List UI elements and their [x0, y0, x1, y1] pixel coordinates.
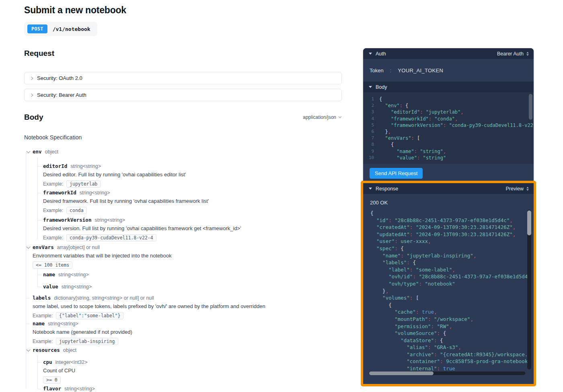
- code-line: 2 "env": {: [363, 102, 534, 109]
- auth-type-select[interactable]: Bearer Auth: [497, 51, 529, 57]
- field-type: string<string>: [58, 272, 89, 278]
- schema-field-envVars: envVars array[object] or null Environmen…: [33, 244, 171, 269]
- field-type: string<string>: [95, 217, 125, 223]
- security-accordion-bearer[interactable]: Security: Bearer Auth: [24, 89, 342, 101]
- field-type: string<string>: [48, 321, 78, 327]
- code-line: 10 "value": "string": [363, 155, 534, 161]
- response-vertical-scrollbar-thumb[interactable]: [527, 210, 531, 235]
- schema-field-cpu: cpu integer<int32> Count of CPU >= 0: [43, 359, 88, 384]
- auth-type-value: Bearer Auth: [497, 51, 524, 57]
- code-line: "alias": "GRA-s3",: [367, 344, 532, 351]
- endpoint-bar: POST /v1/notebook: [24, 22, 97, 36]
- collapse-triangle-icon: [369, 86, 372, 88]
- example-label: Example:: [43, 235, 63, 241]
- page-title: Submit a new notebook: [24, 5, 126, 16]
- send-api-request-button[interactable]: Send API Request: [370, 168, 423, 179]
- field-description: Notebook name (generated if not provided…: [33, 329, 132, 335]
- schema-field-frameworkVersion: frameworkVersion string<string> Desired …: [43, 217, 241, 241]
- code-line: "cache": true,: [367, 308, 532, 316]
- tree-line: [37, 157, 38, 239]
- schema-field-value: value string<string>: [43, 284, 92, 290]
- example-chip: jupyterlab: [66, 180, 101, 188]
- collapse-triangle-icon: [369, 188, 372, 190]
- field-name: value: [43, 284, 58, 290]
- endpoint-path: /v1/notebook: [53, 26, 90, 32]
- example-label: Example:: [43, 208, 63, 213]
- example-chip: {"label":"some-label"}: [56, 312, 123, 319]
- code-line: "user": user-xxxx,: [367, 238, 532, 245]
- code-line: "dataStore": {: [367, 337, 532, 344]
- response-collapse-toggle[interactable]: Response: [369, 186, 398, 192]
- field-type: string<string>: [62, 284, 92, 290]
- security-accordion-oauth[interactable]: Security: OAuth 2.0: [24, 72, 342, 84]
- field-name: resources: [33, 347, 60, 353]
- response-panel-title: Response: [376, 186, 398, 192]
- field-name: frameworkId: [43, 190, 76, 196]
- tree-line: [37, 355, 38, 389]
- constraint-chip: >= 0: [43, 376, 61, 384]
- field-name: envVars: [33, 244, 54, 250]
- code-line: 9 "name": "string",: [363, 148, 534, 155]
- code-line: 6 },: [363, 129, 534, 135]
- field-name: cpu: [43, 359, 52, 365]
- body-heading: Body: [24, 113, 43, 122]
- schema-field-frameworkId: frameworkId string<string> Desired frame…: [43, 190, 209, 214]
- code-line: 5 "frameworkVersion": "conda-py39-cudaDe…: [363, 122, 534, 129]
- field-type: dictionary[string, string<string> or nul…: [54, 295, 154, 301]
- content-type-select[interactable]: application/json: [303, 114, 341, 120]
- code-line: "volumes": [: [367, 294, 532, 302]
- response-horizontal-scrollbar-thumb[interactable]: [369, 372, 434, 375]
- response-horizontal-scrollbar: [369, 372, 525, 375]
- code-line: 4 "frameworkId": "conda",: [363, 116, 534, 122]
- body-panel-header: Body: [363, 82, 534, 92]
- updown-arrows-icon: [526, 52, 529, 56]
- chevron-right-icon: [30, 93, 33, 96]
- api-client-card: Auth Bearer Auth Token : YOUR_AI_TOKEN B…: [363, 48, 534, 184]
- schema-title: Notebook Specification: [24, 134, 82, 141]
- auth-panel-title: Auth: [376, 51, 386, 57]
- collapse-triangle-icon: [369, 53, 372, 55]
- field-type: integer<int32>: [55, 359, 88, 365]
- field-name: labels: [33, 295, 51, 301]
- code-line: 8 {: [363, 141, 534, 148]
- field-name: editorId: [43, 163, 67, 169]
- field-name: frameworkVersion: [43, 217, 91, 223]
- body-code-editor[interactable]: 1{2 "env": {3 "editorId": "jupyterlab",4…: [363, 92, 534, 164]
- code-line: "ovh/type": "notebook": [367, 280, 532, 288]
- field-name: flavor: [43, 386, 61, 392]
- code-line: "spec": {: [367, 245, 532, 252]
- code-line: "createdAt": "2024-09-13T09:30:23.281471…: [367, 224, 532, 231]
- token-separator: :: [390, 67, 392, 74]
- field-name: env: [33, 149, 42, 155]
- schema-field-env: env object: [33, 149, 58, 155]
- code-line: {: [367, 210, 532, 217]
- field-name: name: [33, 321, 45, 327]
- response-vertical-scrollbar: [527, 210, 531, 370]
- field-description: Count of CPU: [43, 368, 88, 374]
- field-description: Environment variables that will be injec…: [33, 253, 171, 259]
- security-accordion-label: Security: OAuth 2.0: [37, 75, 82, 81]
- schema-field-editorId: editorId string<string> Desired editor. …: [43, 163, 186, 188]
- response-status: 200 OK: [363, 194, 534, 206]
- tree-line: [26, 152, 26, 389]
- auth-collapse-toggle[interactable]: Auth: [369, 51, 386, 57]
- token-value-input[interactable]: YOUR_AI_TOKEN: [398, 67, 443, 74]
- example-label: Example:: [33, 313, 53, 318]
- chevron-down-icon[interactable]: [27, 348, 31, 352]
- chevron-down-icon[interactable]: [27, 245, 31, 249]
- request-heading: Request: [24, 49, 54, 58]
- field-name: name: [43, 272, 55, 278]
- schema-field-flavor: flavor string<string>: [43, 386, 95, 392]
- example-chip: conda: [66, 207, 87, 214]
- body-collapse-toggle[interactable]: Body: [369, 84, 387, 90]
- response-mode-select[interactable]: Preview: [506, 186, 529, 192]
- editor-scrollbar-thumb[interactable]: [529, 94, 532, 120]
- field-type: string<string>: [80, 190, 110, 196]
- schema-field-labels: labels dictionary[string, string<string>…: [33, 295, 265, 319]
- code-line: 3 "editorId": "jupyterlab",: [363, 109, 534, 115]
- chevron-down-icon[interactable]: [27, 150, 31, 153]
- field-description: Desired editor. Full list by running 'ov…: [43, 172, 186, 178]
- token-label: Token: [370, 67, 384, 74]
- code-line: "archive": "{createdAt:R9345}/workspace.: [367, 351, 532, 358]
- code-line: },: [367, 288, 532, 295]
